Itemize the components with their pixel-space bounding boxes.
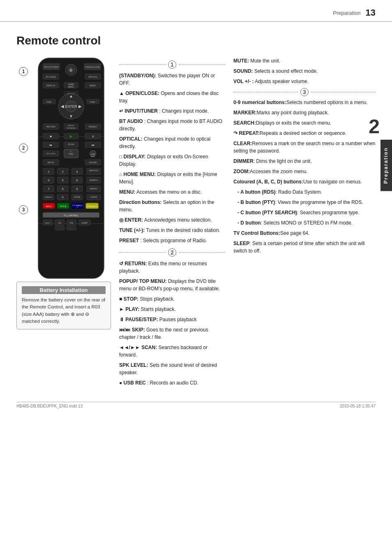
svg-text:RDS A: RDS A xyxy=(46,206,52,208)
desc-item: TUNE (+/-): Tunes in the desired radio s… xyxy=(119,227,225,234)
desc-item: SLEEP: Sets a certain period of time aft… xyxy=(233,240,376,255)
footer-right: 2010-05-18 1:35:47 xyxy=(340,404,376,408)
svg-text:⏸: ⏸ xyxy=(92,135,95,138)
desc-item: ▲ OPEN/CLOSE: Opens and closes the disc … xyxy=(119,90,225,104)
svg-text:2: 2 xyxy=(62,170,64,174)
svg-text:▶: ▶ xyxy=(78,104,82,109)
page-footer: HB485-DB.BDEUPPK_ENG.indd 13 2010-05-18 … xyxy=(16,402,376,408)
svg-text:PRESET: PRESET xyxy=(88,125,97,128)
svg-text:BT.AUDIO: BT.AUDIO xyxy=(46,76,56,78)
desc-item: ◎ ENTER: Acknowledges menu selection. xyxy=(119,216,225,224)
svg-text:6: 6 xyxy=(76,178,78,182)
svg-text:+: + xyxy=(71,150,72,152)
svg-text:9: 9 xyxy=(76,187,78,191)
desc-item: ► PLAY: Starts playback. xyxy=(119,306,225,313)
svg-text:4: 4 xyxy=(48,178,50,182)
svg-text:AT/MONO D: AT/MONO D xyxy=(87,206,98,208)
desc-item: SOUND: Selects a sound effect mode. xyxy=(233,67,376,75)
svg-text:7: 7 xyxy=(48,187,49,191)
divider-1: 1 xyxy=(119,60,225,69)
svg-text:TUNE +: TUNE + xyxy=(89,101,96,103)
middle-column: 1 (STANDBY/ON): Switches the player ON o… xyxy=(119,57,225,389)
svg-text:DIMMER: DIMMER xyxy=(45,196,52,198)
desc-item: ↵ INPUT/TUNER : Changes input mode. xyxy=(119,107,225,115)
desc-item: MENU: Accesses the menu on a disc. xyxy=(119,188,225,196)
svg-text:C: C xyxy=(77,206,78,208)
svg-text:▲: ▲ xyxy=(69,94,73,98)
left-column: 1 2 3 INPUT/TUNER xyxy=(16,57,111,389)
svg-text:PTY SEARCH: PTY SEARCH xyxy=(72,205,83,206)
desc-item: ↺ RETURN: Exits the menu or resumes play… xyxy=(119,260,225,275)
svg-text:1: 1 xyxy=(48,170,49,174)
remote-label-2: 2 xyxy=(19,144,28,153)
svg-text:POPUP/: POPUP/ xyxy=(68,125,75,127)
desc-item: - D button: Selects MONO or STEREO in FM… xyxy=(233,219,376,227)
svg-text:▶: ▶ xyxy=(70,134,73,138)
remote-label-3: 3 xyxy=(19,205,28,214)
svg-text:SOUND: SOUND xyxy=(89,161,97,164)
battery-title: Battery Installation xyxy=(22,286,106,294)
right-column: MUTE: Mute the unit.SOUND: Selects a sou… xyxy=(233,57,376,389)
desc-item: ZOOM:Accesses the zoom menu. xyxy=(233,168,376,175)
svg-text:TV_CONTROL: TV_CONTROL xyxy=(64,214,78,217)
svg-text:8: 8 xyxy=(62,187,64,191)
section-number-3: 3 xyxy=(300,88,309,96)
chapter-side-tab: Preparation xyxy=(380,140,392,191)
svg-text:HOME: HOME xyxy=(68,83,74,86)
svg-text:ZOOM: ZOOM xyxy=(74,196,80,198)
desc-item: BT AUDIO : Changes input mode to BT AUDI… xyxy=(119,118,225,132)
svg-text:SPK LEVEL: SPK LEVEL xyxy=(46,153,56,155)
svg-text:VOL: VOL xyxy=(69,222,74,224)
svg-text:CH: CH xyxy=(58,222,61,224)
desc-item: PRESET : Selects programme of Radio. xyxy=(119,237,225,244)
svg-text:TUNE -: TUNE - xyxy=(46,101,53,103)
svg-text:3: 3 xyxy=(76,170,78,174)
svg-text:MENU: MENU xyxy=(68,86,74,88)
section-number-1: 1 xyxy=(168,60,176,69)
svg-text:USB: USB xyxy=(91,153,95,155)
chapter-number: 2 xyxy=(369,115,380,138)
svg-text:REPEAT: REPEAT xyxy=(90,188,98,190)
svg-text:◀: ◀ xyxy=(61,104,64,109)
svg-text:MENU: MENU xyxy=(90,84,96,87)
svg-text:▼: ▼ xyxy=(69,114,73,118)
svg-text:5: 5 xyxy=(62,178,64,182)
svg-text:SCAN: SCAN xyxy=(68,143,74,146)
section-label: Preparation xyxy=(333,10,360,16)
remote-label-1: 1 xyxy=(19,67,28,76)
battery-installation-box: Battery Installation Remove the battery … xyxy=(16,282,111,329)
svg-text:MUTE: MUTE xyxy=(48,161,54,164)
section-title: Remote control xyxy=(16,34,376,47)
desc-item: ⏸ PAUSE/STEP: Pauses playback xyxy=(119,316,225,323)
desc-item: - A button (RDS): Radio Data System. xyxy=(233,188,376,196)
desc-item: ↷ REPEAT:Repeats a desired section or se… xyxy=(233,130,376,137)
svg-text:⏻: ⏻ xyxy=(69,68,73,72)
remote-control-image: INPUT/TUNER ⏻ OPEN/CLOSE BT.AUDIO OPTICA… xyxy=(31,57,111,279)
svg-text:MARKER/B: MARKER/B xyxy=(89,169,99,171)
svg-text:SLEEP: SLEEP xyxy=(81,222,88,224)
svg-text:⏭: ⏭ xyxy=(92,144,95,146)
desc-item: ⏮/⏭ SKIP: Goes to the next or previous c… xyxy=(119,326,225,341)
desc-item: ⌂ HOME MENU: Displays or exits the [Home… xyxy=(119,171,225,185)
desc-item: MARKER:Marks any point during playback. xyxy=(233,109,376,116)
desc-item: DIMMER: Dims the light on the unit. xyxy=(233,157,376,165)
svg-text:TOP MENU: TOP MENU xyxy=(67,127,76,129)
desc-item: SEARCH:Displays or exits the search menu… xyxy=(233,119,376,127)
divider-2: 2 xyxy=(119,248,225,257)
desc-item: ■ STOP: Stops playback. xyxy=(119,295,225,303)
desc-item: VOL +/- : Adjusts speaker volume. xyxy=(233,78,376,85)
page-number: 13 xyxy=(366,7,376,18)
right-section3: 0-9 numerical buttons:Selects numbered o… xyxy=(233,99,376,255)
desc-item: Coloured (A, B, C, D) buttons:Use to nav… xyxy=(233,178,376,185)
desc-item: OPTICAL: Changes input mode to optical d… xyxy=(119,135,225,150)
svg-text:PTY B: PTY B xyxy=(60,206,66,208)
middle-section2: ↺ RETURN: Exits the menu or resumes play… xyxy=(119,260,225,387)
svg-text:DISPLAY: DISPLAY xyxy=(46,84,55,87)
desc-item: (STANDBY/ON): Switches the player ON or … xyxy=(119,72,225,87)
desc-item: CLEAR:Removes a mark on the search menu … xyxy=(233,140,376,155)
desc-item: - B button (PTY): Views the programme ty… xyxy=(233,199,376,206)
footer-left: HB485-DB.BDEUPPK_ENG.indd 13 xyxy=(16,404,83,408)
svg-text:INPUT: INPUT xyxy=(45,222,51,224)
desc-item: ◄◄/►► SCAN: Searches backward or forward… xyxy=(119,344,225,359)
desc-item: □ DISPLAY: Displays or exits On-Screen D… xyxy=(119,153,225,168)
